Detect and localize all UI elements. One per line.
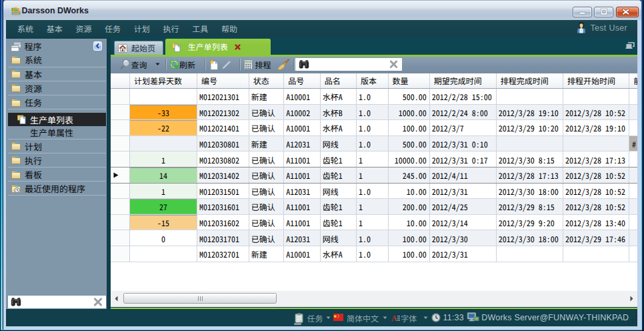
cell-ver[interactable]: 1.0 bbox=[357, 105, 389, 121]
cell-ss[interactable]: 2012/3/29 17:46 bbox=[563, 230, 629, 246]
cell-pn[interactable]: A12031 bbox=[284, 230, 320, 246]
sidebar-search-box[interactable] bbox=[8, 296, 106, 309]
cell-diff[interactable]: 27 bbox=[130, 199, 197, 215]
column-header-status[interactable]: 状态 bbox=[249, 73, 285, 88]
cell-name[interactable]: 齿轮1 bbox=[321, 168, 357, 184]
cell-name[interactable]: 水杯A bbox=[321, 120, 357, 136]
cell-qty[interactable]: 200.00 bbox=[389, 199, 430, 215]
cell-ss[interactable] bbox=[563, 136, 629, 152]
cell-code[interactable]: M012021301 bbox=[197, 89, 249, 105]
grid-row-10[interactable]: 0M012031701已确认A12031网线1.0100.002012/3/30… bbox=[111, 230, 637, 246]
cell-exp[interactable]: 2012/4/25 bbox=[430, 199, 497, 215]
cell-se[interactable] bbox=[497, 89, 563, 105]
scroll-right-arrow[interactable] bbox=[626, 291, 637, 306]
broom-icon[interactable] bbox=[277, 59, 289, 71]
cell-pn[interactable]: A12031 bbox=[284, 136, 320, 152]
cell-status[interactable]: 新建 bbox=[249, 136, 285, 152]
cell-diff[interactable]: 0 bbox=[130, 230, 197, 246]
cell-lead[interactable] bbox=[629, 199, 637, 215]
cell-name[interactable]: 齿轮1 bbox=[321, 199, 357, 215]
cell-code[interactable]: M012030801 bbox=[197, 136, 249, 152]
cell-diff[interactable] bbox=[130, 246, 197, 262]
cell-exp[interactable]: 2012/3/31 0:17 bbox=[430, 151, 497, 168]
row-header-cell[interactable] bbox=[111, 151, 130, 168]
column-header-pn[interactable]: 品号 bbox=[284, 73, 320, 88]
cell-lead[interactable] bbox=[629, 120, 637, 136]
column-header-diff[interactable]: 计划差异天数 bbox=[130, 73, 197, 88]
menu-basic[interactable]: 基本 bbox=[47, 20, 63, 37]
row-header-cell[interactable] bbox=[111, 136, 130, 152]
cell-ss[interactable]: 2012/3/28 10:52 bbox=[563, 184, 629, 200]
font-label[interactable]: 字体 bbox=[401, 309, 417, 326]
cell-ss[interactable]: 2012/3/28 17:13 bbox=[563, 151, 629, 168]
cell-exp[interactable]: 2012/4/11 bbox=[430, 168, 497, 184]
title-bar[interactable]: Darsson DWorks bbox=[3, 0, 641, 20]
column-header-code[interactable]: 编号 bbox=[197, 73, 249, 88]
cell-qty[interactable]: 10.00 bbox=[389, 184, 430, 200]
clear-icon[interactable] bbox=[93, 298, 103, 306]
row-header-cell[interactable] bbox=[111, 89, 130, 105]
chevron-down-icon[interactable] bbox=[155, 63, 160, 66]
cell-name[interactable]: 网线 bbox=[321, 136, 357, 152]
cell-name[interactable]: 齿轮1 bbox=[321, 151, 357, 168]
cell-code[interactable]: M012031701 bbox=[197, 230, 249, 246]
menu-plan[interactable]: 计划 bbox=[134, 20, 150, 37]
cell-name[interactable]: 水杯A bbox=[321, 89, 357, 105]
cell-se[interactable]: 2012/3/30 8:15 bbox=[497, 151, 563, 168]
tab-start-page[interactable]: 起始页 bbox=[114, 41, 163, 55]
refresh-icon[interactable] bbox=[169, 59, 179, 69]
cell-se[interactable] bbox=[497, 136, 563, 152]
sidebar-item-task[interactable]: 任务 bbox=[8, 95, 106, 109]
row-header-cell[interactable] bbox=[111, 168, 130, 184]
cell-status[interactable]: 已确认 bbox=[249, 168, 285, 184]
grid-row-4[interactable]: M012030801新建A12031网线1.0500.002012/3/31 0… bbox=[111, 136, 637, 152]
cell-pn[interactable]: A10001 bbox=[284, 246, 320, 262]
sidebar-item-recent[interactable]: 最近使用的程序 bbox=[8, 182, 106, 196]
grid-row-7[interactable]: 1M012031501已确认A12031网线1.010.002012/3/312… bbox=[111, 184, 637, 200]
cell-diff[interactable]: 14 bbox=[130, 168, 197, 184]
resize-grip-icon[interactable] bbox=[627, 316, 638, 326]
cell-pn[interactable]: A10001 bbox=[284, 120, 320, 136]
cell-se[interactable]: 2012/3/28 17:13 bbox=[497, 168, 563, 184]
cell-status[interactable]: 新建 bbox=[249, 246, 285, 262]
column-header-se[interactable]: 排程完成时间 bbox=[497, 73, 563, 88]
maximize-button[interactable] bbox=[594, 7, 613, 17]
horizontal-scrollbar[interactable] bbox=[111, 291, 637, 307]
scroll-left-arrow[interactable] bbox=[111, 291, 122, 306]
cell-ss[interactable]: 2012/3/28 10:52 bbox=[563, 168, 629, 184]
cell-ver[interactable]: 1 bbox=[357, 168, 389, 184]
cell-diff[interactable]: -15 bbox=[130, 215, 197, 231]
edit-icon-disabled[interactable] bbox=[221, 59, 232, 70]
menu-tools[interactable]: 工具 bbox=[192, 20, 208, 37]
task-status-label[interactable]: 任务 bbox=[307, 309, 323, 326]
cell-code[interactable]: M012021401 bbox=[197, 120, 249, 136]
sidebar-item-production-order-props[interactable]: 生产单属性 bbox=[8, 126, 106, 139]
cell-pn[interactable]: A11001 bbox=[284, 151, 320, 168]
sidebar-item-execute[interactable]: 执行 bbox=[8, 153, 106, 168]
row-header-cell[interactable] bbox=[111, 120, 130, 136]
cell-status[interactable]: 已确认 bbox=[249, 184, 285, 200]
cell-ss[interactable] bbox=[563, 246, 629, 262]
row-header-cell[interactable] bbox=[111, 246, 130, 262]
cell-diff[interactable]: 1 bbox=[130, 184, 197, 200]
cell-ver[interactable]: 1.0 bbox=[357, 184, 389, 200]
cell-ss[interactable]: 2012/3/28 13:40 bbox=[563, 215, 629, 231]
cell-lead[interactable] bbox=[629, 105, 637, 121]
cell-se[interactable]: 2012/3/29 10:20 bbox=[497, 120, 563, 136]
cell-status[interactable]: 已确认 bbox=[249, 230, 285, 246]
column-header-name[interactable]: 品名 bbox=[321, 73, 357, 88]
cell-status[interactable]: 已确认 bbox=[249, 215, 285, 231]
cell-pn[interactable]: A10002 bbox=[284, 105, 320, 121]
cell-name[interactable]: 网线 bbox=[321, 184, 357, 200]
cell-ss[interactable] bbox=[563, 89, 629, 105]
row-header-cell[interactable] bbox=[111, 215, 130, 231]
cell-qty[interactable]: 500.00 bbox=[389, 89, 430, 105]
cell-lead[interactable]: # bbox=[629, 136, 637, 152]
cell-diff[interactable] bbox=[130, 89, 197, 105]
cell-exp[interactable]: 2012/3/31 bbox=[430, 184, 497, 200]
cell-code[interactable]: M012031602 bbox=[197, 215, 249, 231]
cell-diff[interactable]: -33 bbox=[130, 105, 197, 121]
cell-lead[interactable] bbox=[629, 184, 637, 200]
calculator-icon[interactable] bbox=[244, 59, 253, 70]
user-area[interactable]: Test User bbox=[591, 20, 628, 37]
